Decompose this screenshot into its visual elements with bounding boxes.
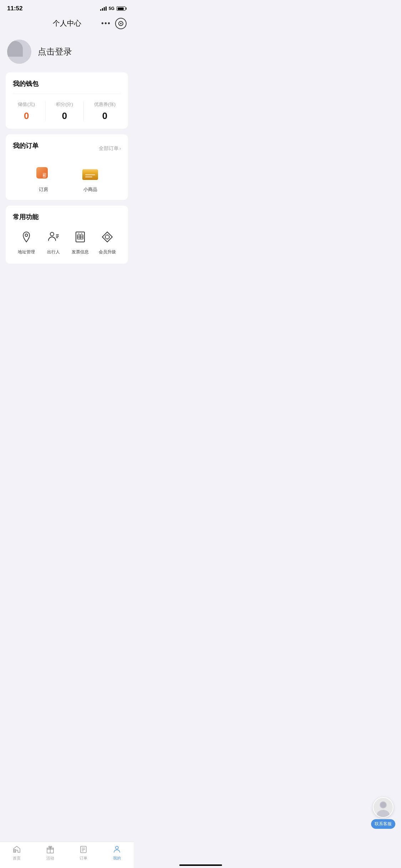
order-item-shop[interactable]: 小商品 <box>81 163 100 193</box>
room-icon <box>34 163 53 182</box>
wallet-card: 我的钱包 储值(元) 0 积分(分) 0 优惠券(张) 0 <box>6 72 128 129</box>
functions-grid: 地址管理 出行人 <box>13 227 121 257</box>
wallet-value-balance: 0 <box>24 110 29 122</box>
function-item-traveler[interactable]: 出行人 <box>45 228 62 255</box>
order-label-room: 订房 <box>39 186 48 193</box>
svg-point-7 <box>25 234 27 237</box>
invoice-icon <box>72 228 89 246</box>
wallet-item-coupons[interactable]: 优惠券(张) 0 <box>94 101 116 122</box>
wallet-title: 我的钱包 <box>13 79 121 88</box>
avatar-body <box>7 41 23 57</box>
wallet-label-balance: 储值(元) <box>18 101 35 108</box>
member-icon <box>99 228 116 246</box>
orders-header: 我的订单 全部订单 › <box>13 141 121 156</box>
page-title: 个人中心 <box>53 19 81 28</box>
login-text: 点击登录 <box>38 46 72 57</box>
scan-icon <box>118 21 123 26</box>
network-type: 5G <box>109 6 114 11</box>
person-icon <box>45 228 62 246</box>
wallet-item-points[interactable]: 积分(分) 0 <box>56 101 73 122</box>
wallet-divider-v2 <box>83 101 84 122</box>
shop-icon <box>81 163 100 182</box>
svg-point-2 <box>43 175 45 176</box>
status-icons: 5G <box>100 6 127 11</box>
svg-rect-6 <box>85 176 92 177</box>
profile-section[interactable]: 点击登录 <box>0 34 134 72</box>
status-bar: 11:52 5G <box>0 0 134 15</box>
function-label-member: 会员升级 <box>99 249 116 255</box>
location-icon <box>18 228 35 246</box>
orders-title: 我的订单 <box>13 141 38 150</box>
nav-actions: ••• <box>101 18 127 29</box>
order-label-shop: 小商品 <box>83 186 97 193</box>
function-label-address: 地址管理 <box>18 249 35 255</box>
wallet-label-points: 积分(分) <box>56 101 73 108</box>
orders-card: 我的订单 全部订单 › <box>6 134 128 200</box>
status-time: 11:52 <box>7 5 22 12</box>
avatar <box>7 40 31 64</box>
wallet-label-coupons: 优惠券(张) <box>94 101 116 108</box>
functions-card: 常用功能 地址管理 <box>6 206 128 264</box>
wallet-divider <box>13 94 121 94</box>
scan-button[interactable] <box>115 18 127 29</box>
all-orders-button[interactable]: 全部订单 › <box>99 145 121 152</box>
wallet-grid: 储值(元) 0 积分(分) 0 优惠券(张) 0 <box>13 101 121 122</box>
battery-icon <box>117 6 127 11</box>
signal-icon <box>100 6 107 11</box>
wallet-value-points: 0 <box>62 110 67 122</box>
nav-header: 个人中心 ••• <box>0 15 134 34</box>
svg-rect-5 <box>85 174 95 175</box>
svg-rect-4 <box>82 169 98 174</box>
chevron-right-icon: › <box>119 146 121 151</box>
function-item-member[interactable]: 会员升级 <box>99 228 116 255</box>
functions-title: 常用功能 <box>13 213 121 221</box>
more-button[interactable]: ••• <box>101 19 111 27</box>
order-item-room[interactable]: 订房 <box>34 163 53 193</box>
function-item-invoice[interactable]: 发票信息 <box>72 228 89 255</box>
svg-point-8 <box>50 232 54 236</box>
function-label-invoice: 发票信息 <box>72 249 89 255</box>
wallet-value-coupons: 0 <box>102 110 107 122</box>
function-label-traveler: 出行人 <box>47 249 60 255</box>
wallet-item-balance[interactable]: 储值(元) 0 <box>18 101 35 122</box>
function-item-address[interactable]: 地址管理 <box>18 228 35 255</box>
orders-grid: 订房 <box>13 163 121 193</box>
wallet-divider-v1 <box>45 101 46 122</box>
